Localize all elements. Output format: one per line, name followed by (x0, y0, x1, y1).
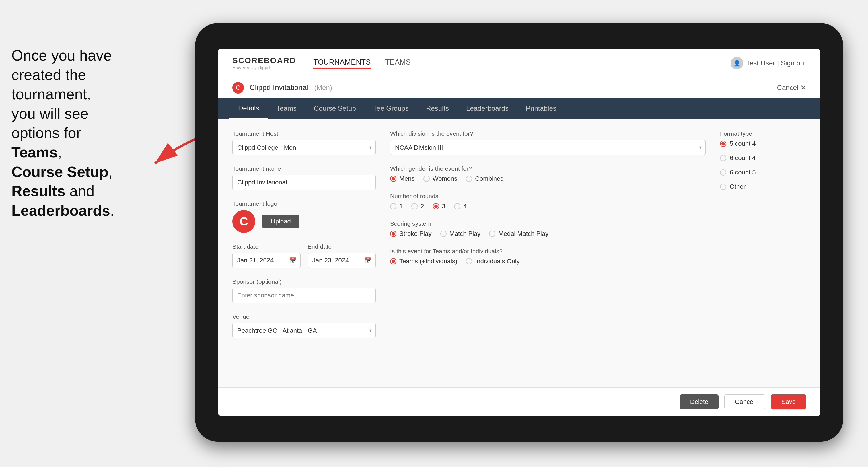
right-column: Format type 5 count 4 6 count 4 6 count … (720, 130, 806, 376)
tournament-logo-label: Tournament logo (232, 200, 376, 207)
nav-teams[interactable]: TEAMS (385, 58, 411, 68)
division-select[interactable]: NCAA Division III (390, 140, 706, 155)
rounds-radio-group: 1 2 3 4 (390, 203, 706, 210)
start-date-label: Start date (232, 243, 301, 250)
end-date-label: End date (308, 243, 376, 250)
venue-select[interactable]: Peachtree GC - Atlanta - GA (232, 323, 376, 338)
format-6count5-dot (720, 169, 726, 176)
tournament-host-group: Tournament Host Clippd College - Men (232, 130, 376, 155)
middle-column: Which division is the event for? NCAA Di… (390, 130, 706, 376)
gender-mens[interactable]: Mens (390, 175, 415, 182)
rounds-4[interactable]: 4 (454, 203, 467, 210)
format-6count4[interactable]: 6 count 4 (720, 154, 806, 162)
rounds-4-dot (454, 203, 460, 209)
tournament-host-select[interactable]: Clippd College - Men (232, 140, 376, 155)
user-avatar: 👤 (731, 57, 743, 69)
format-group: Format type 5 count 4 6 count 4 6 count … (720, 130, 806, 190)
breadcrumb-cancel-button[interactable]: Cancel ✕ (777, 84, 806, 92)
format-other[interactable]: Other (720, 183, 806, 190)
user-area: 👤 Test User | Sign out (731, 57, 806, 69)
logo-area: SCOREBOARD Powered by clippd (232, 56, 296, 70)
gender-womens-dot (424, 176, 430, 182)
save-button[interactable]: Save (771, 395, 806, 409)
teams-plus-individuals[interactable]: Teams (+Individuals) (390, 258, 457, 265)
scoring-medal-match-dot (489, 230, 495, 237)
main-content: Tournament Host Clippd College - Men Tou… (218, 119, 820, 416)
venue-group: Venue Peachtree GC - Atlanta - GA (232, 313, 376, 338)
format-other-dot (720, 184, 726, 190)
individuals-only-dot (466, 258, 472, 264)
tab-leaderboards[interactable]: Leaderboards (458, 98, 517, 119)
teams-plus-dot (390, 258, 396, 264)
gender-label: Which gender is the event for? (390, 165, 706, 172)
gender-combined[interactable]: Combined (466, 175, 504, 182)
tournament-name-group: Tournament name (232, 165, 376, 190)
tournament-name-input[interactable] (232, 175, 376, 190)
breadcrumb-title: Clippd Invitational (250, 83, 308, 92)
cancel-button[interactable]: Cancel (724, 395, 765, 409)
gender-radio-group: Mens Womens Combined (390, 175, 706, 182)
scoring-medal-match[interactable]: Medal Match Play (489, 230, 549, 238)
gender-group: Which gender is the event for? Mens Wome… (390, 165, 706, 182)
sponsor-label: Sponsor (optional) (232, 278, 376, 285)
scoring-radio-group: Stroke Play Match Play Medal Match Play (390, 230, 706, 238)
format-6count4-dot (720, 155, 726, 161)
instructional-text: Once you have created the tournament, yo… (0, 34, 161, 232)
format-6count5[interactable]: 6 count 5 (720, 169, 806, 176)
individuals-only[interactable]: Individuals Only (466, 258, 520, 265)
tab-results[interactable]: Results (417, 98, 458, 119)
scoring-stroke-dot (390, 230, 396, 237)
app-logo-title: SCOREBOARD (232, 56, 296, 65)
rounds-1-dot (390, 203, 396, 209)
nav-tournaments[interactable]: TOURNAMENTS (313, 58, 371, 68)
nav-links: TOURNAMENTS TEAMS (313, 58, 731, 68)
top-navigation-bar: SCOREBOARD Powered by clippd TOURNAMENTS… (218, 49, 820, 77)
start-date-input[interactable] (232, 253, 301, 268)
rounds-2[interactable]: 2 (411, 203, 424, 210)
teams-radio-group: Teams (+Individuals) Individuals Only (390, 258, 706, 265)
gender-combined-dot (466, 176, 472, 182)
breadcrumb-subtitle: (Men) (314, 84, 332, 92)
rounds-label: Number of rounds (390, 193, 706, 200)
tab-tee-groups[interactable]: Tee Groups (365, 98, 417, 119)
scoring-group: Scoring system Stroke Play Match Play (390, 220, 706, 238)
tournament-name-label: Tournament name (232, 165, 376, 172)
format-label: Format type (720, 130, 806, 137)
delete-button[interactable]: Delete (680, 395, 719, 409)
sponsor-group: Sponsor (optional) (232, 278, 376, 303)
tab-bar: Details Teams Course Setup Tee Groups Re… (218, 98, 820, 119)
rounds-1[interactable]: 1 (390, 203, 403, 210)
end-date-group: End date (308, 243, 376, 268)
breadcrumb-bar: C Clippd Invitational (Men) Cancel ✕ (218, 77, 820, 98)
end-date-input[interactable] (308, 253, 376, 268)
format-5count4-dot (720, 141, 726, 147)
user-sign-out[interactable]: Test User | Sign out (746, 59, 806, 67)
tab-printables[interactable]: Printables (517, 98, 565, 119)
scoring-match-dot (440, 230, 446, 237)
division-label: Which division is the event for? (390, 130, 706, 137)
division-group: Which division is the event for? NCAA Di… (390, 130, 706, 155)
logo-preview: C (232, 210, 255, 233)
left-column: Tournament Host Clippd College - Men Tou… (232, 130, 376, 376)
gender-womens[interactable]: Womens (424, 175, 457, 182)
scoring-match[interactable]: Match Play (440, 230, 481, 238)
tab-course-setup[interactable]: Course Setup (305, 98, 365, 119)
app-logo-subtitle: Powered by clippd (232, 65, 296, 70)
format-5count4[interactable]: 5 count 4 (720, 140, 806, 148)
sponsor-input[interactable] (232, 288, 376, 303)
tab-teams[interactable]: Teams (268, 98, 305, 119)
upload-button[interactable]: Upload (262, 215, 300, 228)
tablet-frame: SCOREBOARD Powered by clippd TOURNAMENTS… (195, 23, 843, 442)
tab-details[interactable]: Details (229, 98, 268, 119)
tournament-host-label: Tournament Host (232, 130, 376, 137)
form-area: Tournament Host Clippd College - Men Tou… (218, 119, 820, 387)
start-date-group: Start date (232, 243, 301, 268)
scoring-stroke[interactable]: Stroke Play (390, 230, 432, 238)
back-button[interactable]: C (232, 82, 244, 94)
tablet-screen: SCOREBOARD Powered by clippd TOURNAMENTS… (218, 49, 820, 416)
action-bar: Delete Cancel Save (218, 387, 820, 416)
rounds-3[interactable]: 3 (433, 203, 445, 210)
scoring-label: Scoring system (390, 220, 706, 227)
teams-individuals-label: Is this event for Teams and/or Individua… (390, 248, 706, 255)
venue-label: Venue (232, 313, 376, 320)
